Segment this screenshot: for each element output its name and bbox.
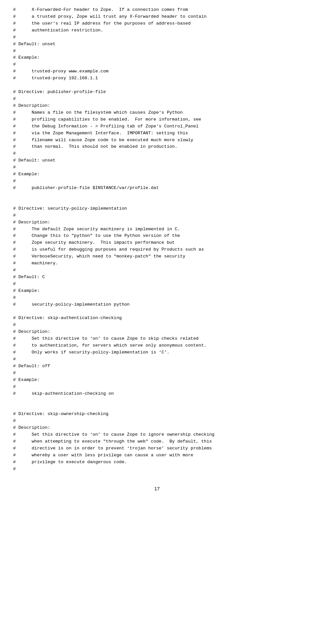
page-number: 17 <box>13 486 301 491</box>
code-content: # X-Forwarded-For header to Zope. If a c… <box>13 7 301 473</box>
